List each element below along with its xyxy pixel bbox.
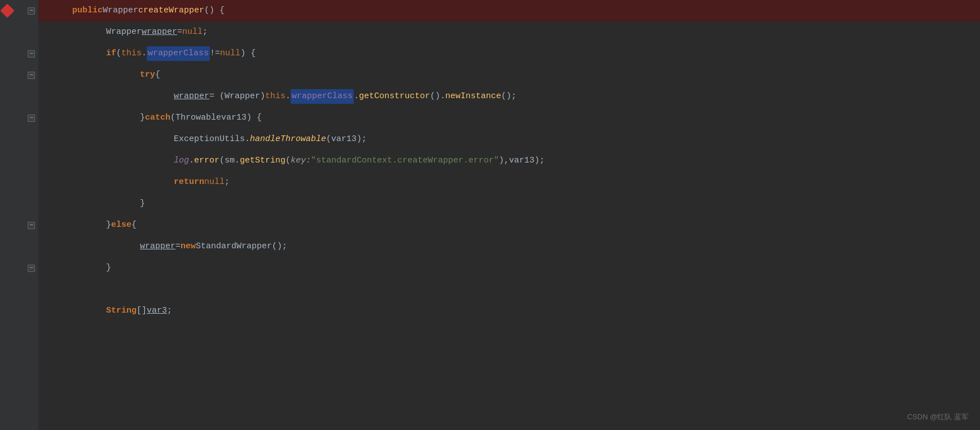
token-var-wrapper: var3 [147,304,167,318]
token-var-wrapper: wrapper [174,90,209,103]
token-punct: ; [203,25,208,39]
token-kw-catch: catch [145,111,170,125]
token-kw-type: Wrapper [106,25,142,39]
code-line-13: } [38,257,980,279]
token-var-method-call: newInstance [445,90,501,103]
token-punct: () { [204,4,225,17]
gutter-line-12 [0,236,38,257]
gutter-line-8 [0,150,38,172]
token-punct: ); [357,133,367,146]
code-line-1: public Wrapper createWrapper() { [38,0,980,21]
token-highlight-wrapperclass: wrapperClass [291,89,354,104]
token-var-method-call: getConstructor [359,90,430,103]
token-kw-null: null [220,47,240,60]
token-kw-else: else [111,218,131,232]
token-kw-type: Wrapper [225,90,260,103]
code-editor: −−−−−− public Wrapper createWrapper() {W… [0,0,980,430]
code-line-6: } catch (Throwable var13) { [38,107,980,129]
token-var-method-call: getString [240,154,285,168]
token-var-wrapper: wrapper [140,240,175,253]
token-punct: . [235,154,240,168]
code-line-8: log.error(sm.getString(key: "standardCon… [38,150,980,172]
gutter-line-5 [0,86,38,107]
code-line-5: wrapper = (Wrapper)this.wrapperClass.get… [38,86,980,107]
token-punct: ( [170,111,175,125]
token-kw-type: Wrapper [103,4,138,17]
token-punct: ) { [247,111,262,125]
token-kw-method: createWrapper [138,4,204,17]
fold-icon-1[interactable]: − [28,7,35,15]
token-var-wrapper: wrapper [142,25,177,39]
token-kw-string: String [106,304,137,318]
token-str-key: key: [291,154,311,168]
token-kw-type: StandardWrapper [196,240,272,253]
token-punct: . [285,90,291,103]
gutter-line-7 [0,129,38,150]
gutter-line-15 [0,300,38,322]
token-punct: ; [167,304,172,318]
token-var-log: log [174,154,189,168]
token-kw-type: ExceptionUtils [174,133,245,146]
token-punct: . [245,133,250,146]
gutter-line-13: − [0,257,38,279]
token-punct: ); [534,154,544,168]
gutter-line-9 [0,172,38,193]
token-punct: (); [272,240,287,253]
token-punct: = ( [209,90,225,103]
gutter-line-14 [0,279,38,300]
gutter-line-2 [0,21,38,43]
code-line-10: } [38,193,980,214]
token-kw-try: try [140,68,155,82]
token-punct: = [175,240,181,253]
code-line-12: wrapper = new StandardWrapper(); [38,236,980,257]
token-punct: ) [260,90,265,103]
token-kw-if: if [106,47,116,60]
token-punct: ( [285,154,291,168]
fold-icon-4[interactable]: − [28,72,35,79]
token-punct: . [142,47,147,60]
fold-icon-13[interactable]: − [28,265,35,272]
code-line-4: try { [38,64,980,86]
token-kw-null: null [182,25,203,39]
token-kw-type: Throwable [175,111,221,125]
code-line-7: ExceptionUtils.handleThrowable(var13); [38,129,980,150]
breakpoint-icon[interactable] [0,3,14,17]
fold-icon-11[interactable]: − [28,222,35,229]
token-punct: { [131,218,137,232]
gutter: −−−−−− [0,0,38,430]
token-punct: . [189,154,194,168]
token-var-sm: sm [225,154,235,168]
token-punct: ; [225,175,230,189]
token-var-method-call: handleThrowable [250,133,326,146]
token-var-param: var13 [221,111,247,125]
token-punct: ( [326,133,331,146]
token-kw-this: this [121,47,142,60]
token-punct: (). [430,90,445,103]
token-str-value: "standardContext.createWrapper.error" [311,154,499,168]
token-punct: ) { [240,47,256,60]
token-punct: } [106,218,111,232]
token-punct: = [177,25,182,39]
fold-icon-3[interactable]: − [28,50,35,58]
code-line-2: Wrapper wrapper = null; [38,21,980,43]
code-content: public Wrapper createWrapper() {Wrapper … [38,0,980,430]
token-var-method-call: error [194,154,219,168]
code-line-15: String[] var3; [38,300,980,322]
token-punct: } [140,111,145,125]
token-punct: ), [499,154,509,168]
gutter-line-6: − [0,107,38,129]
code-line-3: if (this.wrapperClass != null) { [38,43,980,64]
gutter-line-1: − [0,0,38,21]
gutter-line-3: − [0,43,38,64]
token-punct: (); [501,90,516,103]
token-kw-this: this [265,90,285,103]
token-punct: } [140,197,145,210]
gutter-line-10 [0,193,38,214]
watermark: CSDN @红队 蓝军 [907,411,969,423]
token-punct: } [106,261,111,275]
code-line-9: return null; [38,172,980,193]
token-kw-null: null [204,175,225,189]
fold-icon-6[interactable]: − [28,115,35,122]
token-kw-public: public [72,4,103,17]
token-var-param: var13 [331,133,357,146]
